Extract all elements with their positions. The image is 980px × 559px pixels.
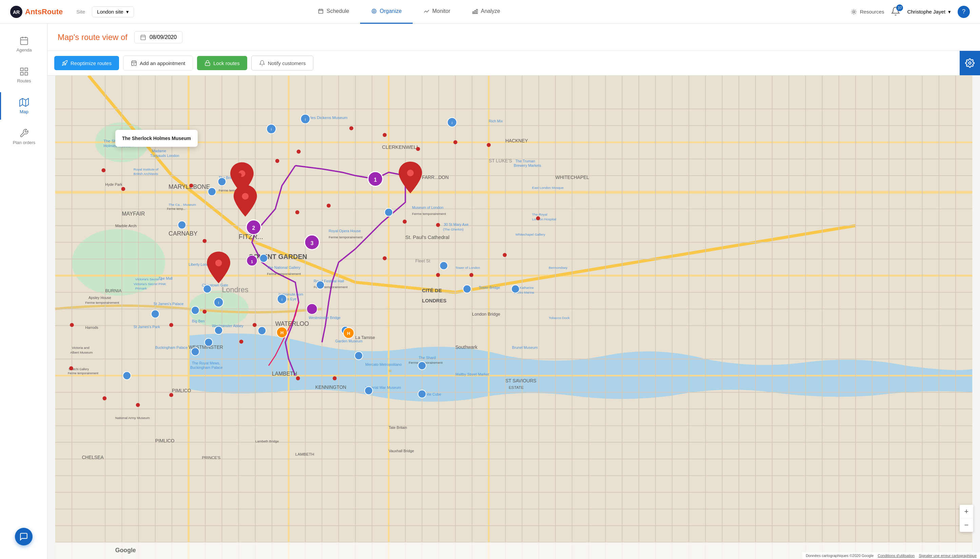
- main-layout: Agenda Routes Map Plan orders Map's rout…: [0, 24, 980, 559]
- svg-text:Mercato Metropolitano: Mercato Metropolitano: [365, 362, 402, 366]
- svg-text:Big Ben: Big Ben: [192, 319, 205, 323]
- svg-text:Fleet St: Fleet St: [416, 258, 430, 263]
- svg-text:Ferme temporairement: Ferme temporairement: [68, 372, 98, 375]
- monitor-icon: [424, 8, 430, 14]
- svg-text:St James's Park: St James's Park: [134, 325, 160, 329]
- svg-text:30 St Mary Axe: 30 St Mary Axe: [444, 222, 468, 227]
- nav-analyze[interactable]: Analyze: [461, 0, 511, 24]
- chat-bubble-button[interactable]: [15, 528, 33, 546]
- chevron-down-icon: ▾: [948, 9, 951, 15]
- map-popup: The Sherlock Holmes Museum: [115, 130, 198, 147]
- svg-text:Madame: Madame: [152, 149, 166, 153]
- svg-point-263: [101, 168, 106, 172]
- svg-point-275: [295, 210, 300, 214]
- svg-text:(The Gherkin): (The Gherkin): [443, 227, 464, 231]
- user-menu[interactable]: Christophe Jayet ▾: [907, 9, 951, 15]
- rocket-icon: [62, 60, 68, 66]
- chat-icon: [19, 532, 28, 541]
- site-label: Site: [76, 9, 85, 15]
- svg-rect-10: [477, 10, 478, 14]
- chevron-down-icon: ▾: [126, 9, 129, 15]
- svg-text:H: H: [389, 369, 391, 373]
- svg-point-216: [306, 304, 317, 314]
- svg-rect-29: [205, 63, 210, 65]
- svg-text:Albert Museum: Albert Museum: [70, 351, 93, 354]
- notifications-badge: 37: [896, 4, 903, 11]
- svg-point-247: [355, 352, 363, 360]
- map-view[interactable]: MARYLEBONE MAYFAIR CARNABY FITZR... COVE…: [48, 76, 980, 559]
- resources-button[interactable]: Resources: [851, 8, 884, 15]
- zoom-in-button[interactable]: +: [960, 505, 973, 518]
- map-report-error[interactable]: Signaler une erreur cartographique: [919, 554, 977, 557]
- svg-point-233: [218, 178, 226, 186]
- notifications-button[interactable]: 37: [891, 7, 900, 17]
- svg-text:Southwark: Southwark: [455, 345, 477, 350]
- sidebar-item-plan-orders-label: Plan orders: [13, 140, 35, 145]
- svg-point-264: [121, 187, 125, 191]
- nav-organize[interactable]: Organize: [360, 0, 413, 24]
- svg-point-271: [416, 147, 420, 151]
- date-picker[interactable]: 08/09/2020: [134, 31, 182, 43]
- svg-text:Harrods: Harrods: [85, 326, 98, 329]
- svg-text:The Shard: The Shard: [419, 356, 436, 360]
- help-button[interactable]: ?: [958, 6, 970, 18]
- map-icon: [19, 98, 29, 107]
- settings-fab-button[interactable]: [960, 51, 980, 75]
- svg-text:i: i: [218, 300, 219, 305]
- routes-icon: [19, 67, 29, 76]
- site-selector[interactable]: London site ▾: [92, 7, 134, 17]
- svg-text:Whitechapel Gallery: Whitechapel Gallery: [515, 233, 545, 236]
- svg-point-268: [297, 149, 301, 154]
- plan-orders-icon: [19, 129, 29, 138]
- svg-point-293: [136, 403, 140, 407]
- svg-point-246: [512, 285, 520, 293]
- svg-text:British Architects: British Architects: [134, 172, 158, 175]
- svg-text:CARNABY: CARNABY: [169, 230, 198, 237]
- svg-text:The Truman: The Truman: [515, 159, 535, 163]
- svg-text:CITÉ DE: CITÉ DE: [422, 288, 442, 293]
- app-logo[interactable]: AR AntsRoute: [10, 6, 63, 18]
- svg-point-269: [349, 126, 353, 130]
- svg-text:Buckingham Palace: Buckingham Palace: [190, 366, 222, 369]
- sidebar-item-agenda[interactable]: Agenda: [0, 30, 47, 58]
- nav-schedule[interactable]: Schedule: [307, 0, 360, 24]
- top-navigation: AR AntsRoute Site London site ▾ Schedule…: [0, 0, 980, 24]
- svg-text:CLERKENWELL: CLERKENWELL: [382, 144, 419, 150]
- svg-text:Lambeth Bridge: Lambeth Bridge: [255, 439, 279, 443]
- svg-text:Brewery Markets: Brewery Markets: [514, 164, 541, 167]
- sidebar-item-plan-orders[interactable]: Plan orders: [0, 123, 47, 150]
- svg-point-286: [202, 309, 207, 314]
- svg-point-276: [326, 204, 331, 208]
- svg-text:1: 1: [374, 177, 377, 183]
- map-terms[interactable]: Conditions d'utilisation: [877, 554, 915, 557]
- svg-text:H: H: [280, 330, 283, 335]
- add-appointment-button[interactable]: Add an appointment: [123, 56, 193, 71]
- svg-text:LAMBETH: LAMBETH: [295, 452, 315, 456]
- svg-point-241: [316, 281, 324, 289]
- svg-text:Ferme temporairement: Ferme temporairement: [412, 212, 446, 216]
- sidebar-item-routes[interactable]: Routes: [0, 61, 47, 89]
- settings-icon: [965, 58, 975, 68]
- svg-text:i: i: [452, 120, 453, 125]
- svg-text:Victoria's Secret &: Victoria's Secret &: [135, 277, 162, 281]
- sidebar-item-map[interactable]: Map: [0, 92, 47, 120]
- map-container[interactable]: MARYLEBONE MAYFAIR CARNABY FITZR... COVE…: [48, 76, 980, 559]
- svg-text:Tower Bridge: Tower Bridge: [479, 285, 500, 289]
- svg-point-280: [436, 273, 440, 277]
- bell-outline-icon: [259, 60, 265, 66]
- svg-point-278: [436, 223, 440, 227]
- sidebar: Agenda Routes Map Plan orders: [0, 24, 48, 559]
- notify-customers-button[interactable]: Notify customers: [251, 56, 314, 71]
- main-content: Map's route view of 08/09/2020 Reoptimiz…: [48, 24, 980, 559]
- calendar-plus-icon: [131, 60, 137, 66]
- svg-text:ST SAVIOURS: ST SAVIOURS: [505, 378, 536, 384]
- zoom-out-button[interactable]: −: [960, 518, 973, 532]
- map-attribution: Données cartographiques ©2020 Google: [806, 554, 874, 557]
- svg-point-292: [103, 396, 106, 400]
- svg-text:Victoria's Secret PINK: Victoria's Secret PINK: [134, 282, 167, 286]
- svg-point-291: [69, 366, 73, 370]
- svg-text:Tobacco Dock: Tobacco Dock: [549, 316, 570, 320]
- nav-monitor[interactable]: Monitor: [413, 0, 461, 24]
- reoptimize-routes-button[interactable]: Reoptimize routes: [54, 56, 119, 70]
- lock-routes-button[interactable]: Lock routes: [197, 56, 247, 70]
